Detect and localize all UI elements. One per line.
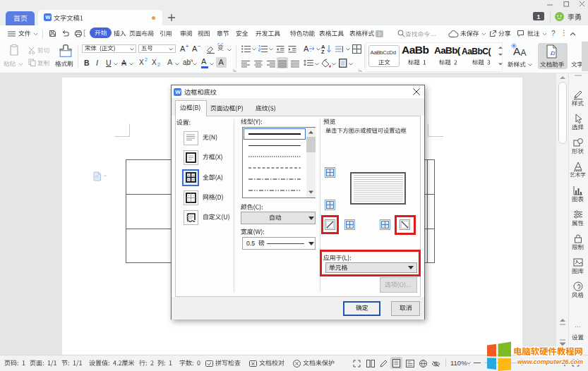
svg-text:www.computer26.com: www.computer26.com [517, 358, 583, 365]
